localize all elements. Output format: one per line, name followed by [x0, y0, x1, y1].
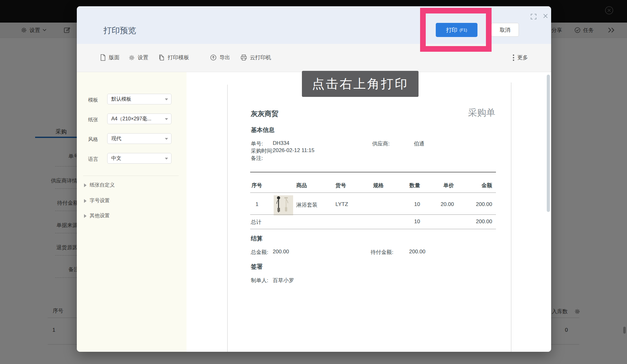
cloud-printer-button[interactable]: 云打印机 [240, 54, 271, 61]
settlement-title: 结算 [251, 235, 263, 243]
doc-type-title: 采购单 [433, 107, 495, 119]
settlement-total-value: 200.00 [273, 249, 289, 255]
style-select-value: 现代 [111, 135, 121, 142]
pages-icon [158, 54, 165, 61]
doc-purchase-time-value: 2026-02-12 11:15 [273, 147, 314, 154]
row-sku: LYTZ [335, 201, 348, 208]
cloud-printer-label: 云打印机 [250, 54, 271, 61]
gear-icon [129, 55, 135, 61]
print-template-label: 打印模板 [168, 54, 189, 61]
doc-rule [250, 172, 496, 172]
doc-basic-info-title: 基本信息 [251, 126, 275, 134]
settings-label: 设置 [138, 54, 148, 61]
document-preview: 灰灰商贸 采购单 基本信息 单号: DH334 供应商: 伯通 采购时间: 20… [227, 85, 511, 352]
creator-value: 百草小罗 [273, 277, 294, 284]
col-header-index: 序号 [251, 182, 262, 189]
doc-rule [250, 214, 496, 215]
col-header-qty: 数量 [397, 182, 420, 189]
paper-select[interactable]: A4（210×297毫... [107, 113, 171, 124]
printer-icon [240, 54, 247, 61]
layout-label: 版面 [109, 54, 119, 61]
row-price: 20.00 [429, 201, 454, 208]
cancel-button[interactable]: 取消 [491, 23, 519, 37]
row-product-name: 淋浴套装 [296, 201, 318, 208]
paper-field-label: 纸张 [88, 117, 98, 123]
sidebar-divider [83, 176, 179, 176]
more-button[interactable]: 更多 [513, 54, 528, 61]
doc-purchase-time-label: 采购时间: [251, 147, 274, 155]
row-qty: 10 [397, 201, 420, 208]
export-label: 导出 [219, 54, 230, 61]
total-amount: 200.00 [461, 219, 492, 225]
triangle-right-icon [84, 183, 87, 187]
export-button[interactable]: 导出 [210, 54, 230, 61]
section-other-settings[interactable]: 其他设置 [84, 213, 110, 219]
modal-title: 打印预览 [103, 25, 136, 36]
fullscreen-button[interactable] [531, 14, 536, 19]
screen: 设置 分享 任务 [0, 0, 627, 364]
section-font-size-label: 字号设置 [90, 198, 110, 204]
settlement-due-value: 200.00 [409, 249, 425, 255]
close-icon [543, 13, 548, 19]
total-qty: 10 [397, 219, 420, 225]
select-caret-icon [165, 98, 168, 100]
instruction-tooltip: 点击右上角打印 [302, 71, 419, 97]
fullscreen-icon [531, 14, 536, 19]
total-label: 总计 [251, 219, 261, 226]
style-select[interactable]: 现代 [107, 133, 171, 144]
col-header-spec: 规格 [373, 182, 384, 189]
section-paper-custom[interactable]: 纸张自定义 [84, 182, 115, 188]
print-button-hotkey: (F1) [460, 28, 467, 32]
export-up-arrow-icon [210, 54, 217, 61]
section-paper-custom-label: 纸张自定义 [90, 182, 115, 188]
doc-rule [250, 229, 496, 229]
page-layout-icon [100, 54, 106, 61]
print-preview-modal: 打印预览 打印 (F1) 取消 版面 [77, 6, 551, 352]
select-caret-icon [165, 118, 168, 120]
doc-remark-label: 备注: [251, 155, 263, 162]
section-other-settings-label: 其他设置 [90, 213, 110, 219]
style-field-label: 风格 [88, 136, 98, 143]
print-button[interactable]: 打印 (F1) [436, 23, 477, 37]
template-select[interactable]: 默认模板 [107, 94, 171, 104]
select-caret-icon [165, 138, 168, 140]
language-select-value: 中文 [111, 155, 121, 162]
modal-close-button[interactable] [543, 13, 548, 19]
product-thumbnail [274, 195, 293, 215]
kebab-dots-icon [513, 54, 514, 61]
doc-company-name: 灰灰商贸 [251, 109, 278, 119]
col-header-amount: 金额 [461, 182, 492, 189]
triangle-right-icon [84, 214, 87, 218]
modal-header [77, 6, 551, 44]
template-field-label: 模板 [88, 97, 98, 103]
doc-order-no-label: 单号: [251, 140, 263, 147]
select-caret-icon [165, 158, 168, 160]
col-header-price: 单价 [429, 182, 454, 189]
col-header-sku: 货号 [335, 182, 346, 189]
settlement-due-label: 待付金额: [371, 249, 393, 256]
row-index: 1 [256, 201, 258, 208]
doc-supplier-value: 伯通 [414, 140, 424, 147]
triangle-right-icon [84, 199, 87, 203]
paper-right-edge [511, 82, 511, 352]
doc-rule [250, 193, 496, 193]
doc-supplier-label: 供应商: [372, 140, 390, 147]
print-template-button[interactable]: 打印模板 [158, 54, 189, 61]
print-button-label: 打印 [446, 26, 457, 34]
more-label: 更多 [517, 54, 528, 61]
paper-select-value: A4（210×297毫... [111, 116, 151, 122]
signature-title: 签署 [251, 263, 263, 271]
preview-scrollbar-thumb[interactable] [547, 75, 550, 212]
language-select[interactable]: 中文 [107, 153, 171, 164]
settlement-total-label: 总金额: [251, 249, 268, 256]
section-font-size[interactable]: 字号设置 [84, 198, 110, 204]
creator-label: 制单人: [251, 277, 268, 284]
settings-button[interactable]: 设置 [129, 54, 148, 61]
col-header-product: 商品 [296, 182, 307, 189]
template-select-value: 默认模板 [111, 96, 131, 103]
doc-order-no-value: DH334 [273, 140, 289, 146]
layout-button[interactable]: 版面 [100, 54, 119, 61]
language-field-label: 语言 [88, 156, 98, 163]
row-amount: 200.00 [461, 201, 492, 208]
